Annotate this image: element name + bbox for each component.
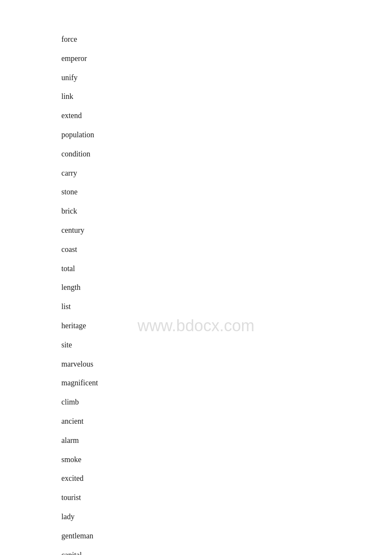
list-item: magnificent [61, 373, 392, 393]
list-item: brick [61, 202, 392, 221]
word-list: forceemperorunifylinkextendpopulationcon… [0, 0, 392, 555]
list-item: list [61, 297, 392, 316]
list-item: extend [61, 106, 392, 125]
list-item: smoke [61, 450, 392, 469]
list-item: capital [61, 546, 392, 555]
list-item: alarm [61, 431, 392, 450]
list-item: heritage [61, 316, 392, 335]
list-item: gentleman [61, 526, 392, 546]
list-item: ancient [61, 412, 392, 431]
list-item: length [61, 278, 392, 297]
list-item: link [61, 87, 392, 106]
list-item: coast [61, 240, 392, 259]
list-item: carry [61, 164, 392, 183]
list-item: site [61, 335, 392, 355]
list-item: marvelous [61, 355, 392, 374]
list-item: emperor [61, 49, 392, 68]
list-item: climb [61, 393, 392, 412]
list-item: century [61, 221, 392, 240]
list-item: force [61, 30, 392, 49]
list-item: lady [61, 507, 392, 526]
list-item: condition [61, 145, 392, 164]
list-item: stone [61, 182, 392, 202]
list-item: unify [61, 68, 392, 87]
list-item: total [61, 259, 392, 278]
list-item: tourist [61, 488, 392, 507]
list-item: population [61, 125, 392, 145]
list-item: excited [61, 469, 392, 488]
